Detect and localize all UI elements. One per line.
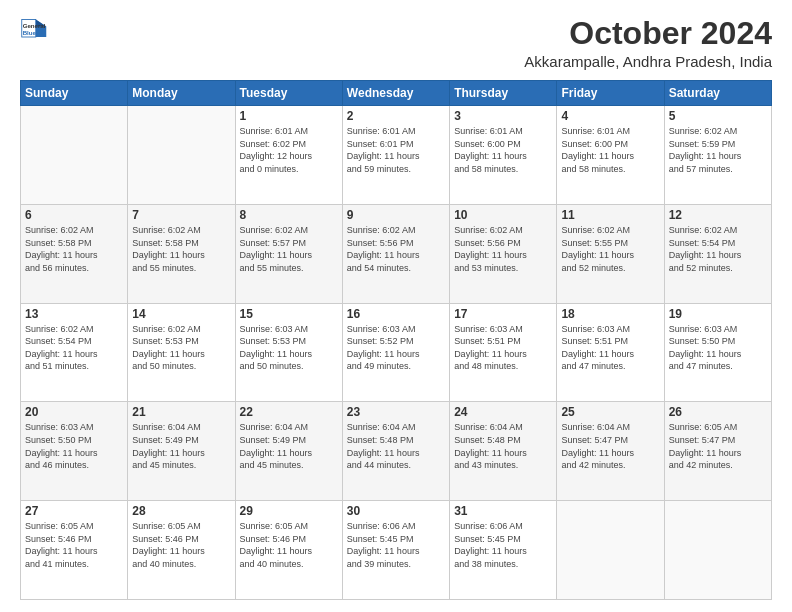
table-row: 9Sunrise: 6:02 AM Sunset: 5:56 PM Daylig… xyxy=(342,204,449,303)
day-number: 11 xyxy=(561,208,659,222)
title-block: October 2024 Akkarampalle, Andhra Prades… xyxy=(524,16,772,70)
day-info: Sunrise: 6:02 AM Sunset: 5:54 PM Dayligh… xyxy=(669,224,767,274)
day-info: Sunrise: 6:02 AM Sunset: 5:53 PM Dayligh… xyxy=(132,323,230,373)
day-number: 27 xyxy=(25,504,123,518)
logo: General Blue xyxy=(20,16,48,44)
day-number: 5 xyxy=(669,109,767,123)
day-info: Sunrise: 6:02 AM Sunset: 5:55 PM Dayligh… xyxy=(561,224,659,274)
day-number: 2 xyxy=(347,109,445,123)
day-info: Sunrise: 6:05 AM Sunset: 5:46 PM Dayligh… xyxy=(240,520,338,570)
day-info: Sunrise: 6:06 AM Sunset: 5:45 PM Dayligh… xyxy=(347,520,445,570)
header-saturday: Saturday xyxy=(664,81,771,106)
table-row: 28Sunrise: 6:05 AM Sunset: 5:46 PM Dayli… xyxy=(128,501,235,600)
header-thursday: Thursday xyxy=(450,81,557,106)
subtitle: Akkarampalle, Andhra Pradesh, India xyxy=(524,53,772,70)
svg-text:Blue: Blue xyxy=(23,29,37,36)
day-info: Sunrise: 6:01 AM Sunset: 6:00 PM Dayligh… xyxy=(454,125,552,175)
header-monday: Monday xyxy=(128,81,235,106)
header-wednesday: Wednesday xyxy=(342,81,449,106)
table-row: 8Sunrise: 6:02 AM Sunset: 5:57 PM Daylig… xyxy=(235,204,342,303)
logo-icon: General Blue xyxy=(20,16,48,44)
day-number: 3 xyxy=(454,109,552,123)
table-row: 10Sunrise: 6:02 AM Sunset: 5:56 PM Dayli… xyxy=(450,204,557,303)
calendar-week-row: 1Sunrise: 6:01 AM Sunset: 6:02 PM Daylig… xyxy=(21,106,772,205)
day-number: 23 xyxy=(347,405,445,419)
day-number: 9 xyxy=(347,208,445,222)
day-number: 12 xyxy=(669,208,767,222)
table-row: 27Sunrise: 6:05 AM Sunset: 5:46 PM Dayli… xyxy=(21,501,128,600)
page: General Blue October 2024 Akkarampalle, … xyxy=(0,0,792,612)
day-number: 19 xyxy=(669,307,767,321)
day-info: Sunrise: 6:02 AM Sunset: 5:58 PM Dayligh… xyxy=(25,224,123,274)
day-info: Sunrise: 6:06 AM Sunset: 5:45 PM Dayligh… xyxy=(454,520,552,570)
day-number: 16 xyxy=(347,307,445,321)
day-info: Sunrise: 6:02 AM Sunset: 5:54 PM Dayligh… xyxy=(25,323,123,373)
table-row: 30Sunrise: 6:06 AM Sunset: 5:45 PM Dayli… xyxy=(342,501,449,600)
day-info: Sunrise: 6:01 AM Sunset: 6:01 PM Dayligh… xyxy=(347,125,445,175)
table-row: 17Sunrise: 6:03 AM Sunset: 5:51 PM Dayli… xyxy=(450,303,557,402)
table-row: 16Sunrise: 6:03 AM Sunset: 5:52 PM Dayli… xyxy=(342,303,449,402)
table-row: 11Sunrise: 6:02 AM Sunset: 5:55 PM Dayli… xyxy=(557,204,664,303)
day-info: Sunrise: 6:03 AM Sunset: 5:52 PM Dayligh… xyxy=(347,323,445,373)
table-row: 1Sunrise: 6:01 AM Sunset: 6:02 PM Daylig… xyxy=(235,106,342,205)
day-number: 14 xyxy=(132,307,230,321)
day-number: 28 xyxy=(132,504,230,518)
table-row: 5Sunrise: 6:02 AM Sunset: 5:59 PM Daylig… xyxy=(664,106,771,205)
day-info: Sunrise: 6:02 AM Sunset: 5:59 PM Dayligh… xyxy=(669,125,767,175)
table-row: 24Sunrise: 6:04 AM Sunset: 5:48 PM Dayli… xyxy=(450,402,557,501)
table-row: 12Sunrise: 6:02 AM Sunset: 5:54 PM Dayli… xyxy=(664,204,771,303)
day-info: Sunrise: 6:04 AM Sunset: 5:48 PM Dayligh… xyxy=(347,421,445,471)
table-row: 4Sunrise: 6:01 AM Sunset: 6:00 PM Daylig… xyxy=(557,106,664,205)
table-row: 25Sunrise: 6:04 AM Sunset: 5:47 PM Dayli… xyxy=(557,402,664,501)
table-row: 19Sunrise: 6:03 AM Sunset: 5:50 PM Dayli… xyxy=(664,303,771,402)
day-number: 18 xyxy=(561,307,659,321)
table-row: 31Sunrise: 6:06 AM Sunset: 5:45 PM Dayli… xyxy=(450,501,557,600)
table-row: 7Sunrise: 6:02 AM Sunset: 5:58 PM Daylig… xyxy=(128,204,235,303)
day-info: Sunrise: 6:02 AM Sunset: 5:57 PM Dayligh… xyxy=(240,224,338,274)
table-row xyxy=(21,106,128,205)
day-number: 10 xyxy=(454,208,552,222)
day-info: Sunrise: 6:03 AM Sunset: 5:50 PM Dayligh… xyxy=(25,421,123,471)
table-row xyxy=(128,106,235,205)
day-number: 6 xyxy=(25,208,123,222)
day-info: Sunrise: 6:03 AM Sunset: 5:53 PM Dayligh… xyxy=(240,323,338,373)
header-tuesday: Tuesday xyxy=(235,81,342,106)
day-info: Sunrise: 6:04 AM Sunset: 5:49 PM Dayligh… xyxy=(240,421,338,471)
day-number: 17 xyxy=(454,307,552,321)
day-number: 25 xyxy=(561,405,659,419)
main-title: October 2024 xyxy=(524,16,772,51)
table-row: 3Sunrise: 6:01 AM Sunset: 6:00 PM Daylig… xyxy=(450,106,557,205)
day-info: Sunrise: 6:04 AM Sunset: 5:49 PM Dayligh… xyxy=(132,421,230,471)
day-info: Sunrise: 6:02 AM Sunset: 5:56 PM Dayligh… xyxy=(454,224,552,274)
day-info: Sunrise: 6:03 AM Sunset: 5:50 PM Dayligh… xyxy=(669,323,767,373)
day-number: 8 xyxy=(240,208,338,222)
table-row: 14Sunrise: 6:02 AM Sunset: 5:53 PM Dayli… xyxy=(128,303,235,402)
calendar-week-row: 20Sunrise: 6:03 AM Sunset: 5:50 PM Dayli… xyxy=(21,402,772,501)
table-row: 29Sunrise: 6:05 AM Sunset: 5:46 PM Dayli… xyxy=(235,501,342,600)
table-row: 13Sunrise: 6:02 AM Sunset: 5:54 PM Dayli… xyxy=(21,303,128,402)
table-row xyxy=(557,501,664,600)
table-row: 2Sunrise: 6:01 AM Sunset: 6:01 PM Daylig… xyxy=(342,106,449,205)
table-row: 6Sunrise: 6:02 AM Sunset: 5:58 PM Daylig… xyxy=(21,204,128,303)
day-number: 31 xyxy=(454,504,552,518)
day-number: 30 xyxy=(347,504,445,518)
table-row: 15Sunrise: 6:03 AM Sunset: 5:53 PM Dayli… xyxy=(235,303,342,402)
day-info: Sunrise: 6:05 AM Sunset: 5:46 PM Dayligh… xyxy=(25,520,123,570)
day-info: Sunrise: 6:04 AM Sunset: 5:47 PM Dayligh… xyxy=(561,421,659,471)
calendar-header-row: Sunday Monday Tuesday Wednesday Thursday… xyxy=(21,81,772,106)
day-number: 1 xyxy=(240,109,338,123)
day-number: 29 xyxy=(240,504,338,518)
table-row: 26Sunrise: 6:05 AM Sunset: 5:47 PM Dayli… xyxy=(664,402,771,501)
calendar-week-row: 6Sunrise: 6:02 AM Sunset: 5:58 PM Daylig… xyxy=(21,204,772,303)
day-number: 24 xyxy=(454,405,552,419)
table-row: 20Sunrise: 6:03 AM Sunset: 5:50 PM Dayli… xyxy=(21,402,128,501)
day-number: 22 xyxy=(240,405,338,419)
day-info: Sunrise: 6:03 AM Sunset: 5:51 PM Dayligh… xyxy=(561,323,659,373)
day-info: Sunrise: 6:01 AM Sunset: 6:02 PM Dayligh… xyxy=(240,125,338,175)
day-info: Sunrise: 6:02 AM Sunset: 5:58 PM Dayligh… xyxy=(132,224,230,274)
day-number: 4 xyxy=(561,109,659,123)
day-info: Sunrise: 6:05 AM Sunset: 5:46 PM Dayligh… xyxy=(132,520,230,570)
day-number: 15 xyxy=(240,307,338,321)
day-info: Sunrise: 6:04 AM Sunset: 5:48 PM Dayligh… xyxy=(454,421,552,471)
header-sunday: Sunday xyxy=(21,81,128,106)
